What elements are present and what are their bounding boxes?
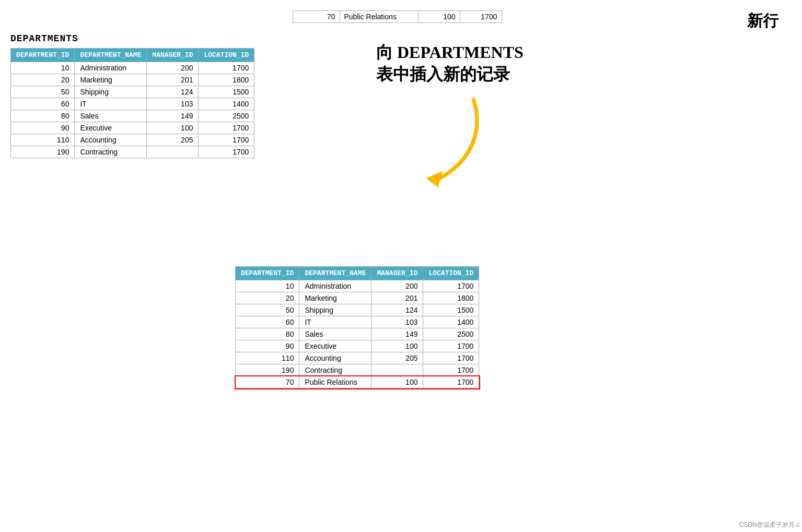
result-dept-id-cell: 50 — [236, 304, 299, 316]
arrow-container — [376, 90, 524, 195]
preview-location-id: 1700 — [460, 11, 502, 23]
loc-id-cell: 1700 — [199, 122, 254, 134]
mgr-id-cell: 103 — [147, 98, 199, 110]
mgr-id-cell: 100 — [147, 122, 199, 134]
result-dept-id-cell: 90 — [236, 340, 299, 352]
loc-id-cell: 1700 — [199, 62, 254, 74]
result-loc-id-cell: 1700 — [423, 280, 479, 292]
mgr-id-cell: 124 — [147, 86, 199, 98]
dept-id-cell: 10 — [11, 62, 75, 74]
new-inserted-row: 70 Public Relations 100 1700 — [236, 376, 479, 388]
dept-id-cell: 190 — [11, 146, 75, 158]
result-mgr-id-cell: 149 — [371, 328, 423, 340]
dept-id-cell: 50 — [11, 86, 75, 98]
dept-id-cell: 90 — [11, 122, 75, 134]
dept-id-cell: 80 — [11, 110, 75, 122]
result-col-dept-id: DEPARTMENT_ID — [236, 267, 299, 280]
preview-dept-name: Public Relations — [340, 11, 418, 23]
new-row-mgr-id: 100 — [371, 376, 423, 388]
dept-name-cell: Shipping — [75, 86, 147, 98]
loc-id-cell: 1800 — [199, 74, 254, 86]
result-mgr-id-cell: 205 — [371, 352, 423, 364]
result-dept-name-cell: IT — [299, 316, 371, 328]
dept-id-cell: 60 — [11, 98, 75, 110]
result-mgr-id-cell: 201 — [371, 292, 423, 304]
mgr-id-cell: 200 — [147, 62, 199, 74]
result-dept-name-cell: Shipping — [299, 304, 371, 316]
dept-id-cell: 110 — [11, 134, 75, 146]
top-row-area: 70 Public Relations 100 1700 新行 — [10, 10, 789, 23]
result-dept-id-cell: 80 — [236, 328, 299, 340]
dept-name-cell: Administration — [75, 62, 147, 74]
dept-name-cell: Executive — [75, 122, 147, 134]
result-table-row: 10 Administration 200 1700 — [236, 280, 479, 292]
result-loc-id-cell: 1800 — [423, 292, 479, 304]
result-col-manager-id: MANAGER_ID — [371, 267, 423, 280]
col-dept-id: DEPARTMENT_ID — [11, 49, 75, 62]
result-table-row: 80 Sales 149 2500 — [236, 328, 479, 340]
loc-id-cell: 2500 — [199, 110, 254, 122]
result-table-row: 190 Contracting 1700 — [236, 364, 479, 376]
result-table-row: 50 Shipping 124 1500 — [236, 304, 479, 316]
result-dept-name-cell: Marketing — [299, 292, 371, 304]
result-col-location-id: LOCATION_ID — [423, 267, 479, 280]
result-dept-name-cell: Sales — [299, 328, 371, 340]
new-row-preview-table: 70 Public Relations 100 1700 — [293, 10, 502, 23]
result-dept-id-cell: 10 — [236, 280, 299, 292]
loc-id-cell: 1400 — [199, 98, 254, 110]
preview-dept-id: 70 — [293, 11, 340, 23]
table-row: 20 Marketing 201 1800 — [11, 74, 254, 86]
result-dept-name-cell: Accounting — [299, 352, 371, 364]
loc-id-cell: 1700 — [199, 134, 254, 146]
dept-name-cell: IT — [75, 98, 147, 110]
mgr-id-cell — [147, 146, 199, 158]
table-row: 50 Shipping 124 1500 — [11, 86, 254, 98]
preview-manager-id: 100 — [418, 11, 460, 23]
dept-name-cell: Accounting — [75, 134, 147, 146]
result-dept-id-cell: 110 — [236, 352, 299, 364]
result-section: DEPARTMENT_ID DEPARTMENT_NAME MANAGER_ID… — [235, 266, 479, 388]
departments-table: DEPARTMENT_ID DEPARTMENT_NAME MANAGER_ID… — [10, 48, 254, 158]
col-location-id: LOCATION_ID — [199, 49, 254, 62]
table-row: 90 Executive 100 1700 — [11, 122, 254, 134]
result-mgr-id-cell: 124 — [371, 304, 423, 316]
result-table-row: 90 Executive 100 1700 — [236, 340, 479, 352]
top-row-preview: 70 Public Relations 100 1700 — [293, 10, 507, 23]
mgr-id-cell: 201 — [147, 74, 199, 86]
result-loc-id-cell: 1500 — [423, 304, 479, 316]
table-row: 80 Sales 149 2500 — [11, 110, 254, 122]
table-row: 110 Accounting 205 1700 — [11, 134, 254, 146]
result-loc-id-cell: 1400 — [423, 316, 479, 328]
result-mgr-id-cell: 200 — [371, 280, 423, 292]
mgr-id-cell: 149 — [147, 110, 199, 122]
arrow-svg — [403, 90, 497, 195]
result-dept-id-cell: 20 — [236, 292, 299, 304]
new-row-dept-name: Public Relations — [299, 376, 371, 388]
loc-id-cell: 1700 — [199, 146, 254, 158]
departments-title: DEPARTMENTS — [10, 33, 254, 44]
result-table-row: 60 IT 103 1400 — [236, 316, 479, 328]
svg-marker-0 — [426, 171, 443, 188]
result-dept-name-cell: Administration — [299, 280, 371, 292]
result-loc-id-cell: 2500 — [423, 328, 479, 340]
result-table-row: 110 Accounting 205 1700 — [236, 352, 479, 364]
result-loc-id-cell: 1700 — [423, 340, 479, 352]
col-dept-name: DEPARTMENT_NAME — [75, 49, 147, 62]
annotation-text: 向 DEPARTMENTS 表中插入新的记录 — [376, 42, 524, 85]
result-loc-id-cell: 1700 — [423, 364, 479, 376]
table-row: 10 Administration 200 1700 — [11, 62, 254, 74]
annotation-line2: 表中插入新的记录 — [376, 65, 510, 84]
result-col-dept-name: DEPARTMENT_NAME — [299, 267, 371, 280]
result-table: DEPARTMENT_ID DEPARTMENT_NAME MANAGER_ID… — [235, 266, 479, 388]
col-manager-id: MANAGER_ID — [147, 49, 199, 62]
dept-name-cell: Contracting — [75, 146, 147, 158]
mgr-id-cell: 205 — [147, 134, 199, 146]
table-row: 60 IT 103 1400 — [11, 98, 254, 110]
result-dept-name-cell: Executive — [299, 340, 371, 352]
loc-id-cell: 1500 — [199, 86, 254, 98]
result-dept-id-cell: 60 — [236, 316, 299, 328]
result-table-row: 20 Marketing 201 1800 — [236, 292, 479, 304]
result-dept-name-cell: Contracting — [299, 364, 371, 376]
watermark: CSDN@温柔子岁月.c — [739, 521, 799, 529]
annotation-line1: 向 DEPARTMENTS — [376, 43, 524, 62]
